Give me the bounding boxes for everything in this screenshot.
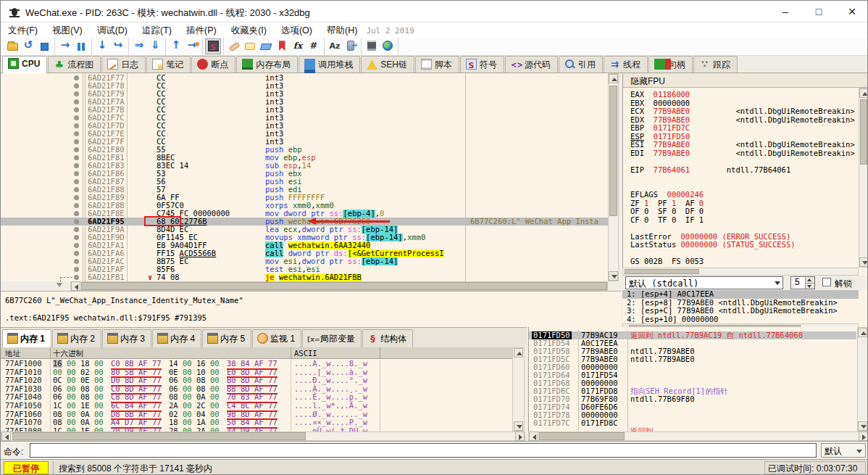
tab-script[interactable]: 脚本 (415, 56, 459, 73)
scroll-left-button[interactable] (71, 281, 80, 291)
stepper-down-button[interactable] (805, 283, 814, 289)
scroll-thumb[interactable] (625, 269, 699, 274)
close-button[interactable]: ✕ (835, 1, 868, 22)
scroll-thumb[interactable] (860, 99, 867, 165)
breakpoint-dot[interactable] (74, 259, 79, 264)
disassembly-vscrollbar[interactable] (608, 73, 619, 281)
register-line[interactable]: LastStatus 00000000 (STATUS_SUCCESS) (630, 241, 796, 249)
tab-source[interactable]: 源代码 (505, 56, 558, 73)
breakpoint-dot[interactable] (74, 91, 79, 96)
menu-item-file[interactable]: 文件(F) (1, 22, 45, 38)
tab-call-stack[interactable]: 调用堆栈 (299, 56, 360, 73)
seh-s-button[interactable] (205, 38, 221, 54)
tab-dump-1[interactable]: 内存 1 (2, 329, 51, 347)
trace-into-button[interactable] (131, 38, 147, 54)
trace-over-button[interactable] (147, 38, 163, 54)
breakpoint-dot[interactable] (74, 251, 79, 256)
dump-vscrollbar[interactable] (512, 347, 525, 431)
comment-button[interactable] (242, 38, 258, 54)
restart-button[interactable] (20, 38, 36, 54)
depth-stepper[interactable]: 5 (790, 276, 815, 289)
tab-dump-5[interactable]: 内存 5 (202, 329, 251, 347)
tab-references[interactable]: 引用 (559, 56, 603, 73)
argument-row[interactable]: 3: [esp+C] 77B9ABE0 <ntdll.DbgUiRemoteBr… (622, 307, 859, 315)
hash-button[interactable] (306, 38, 322, 54)
scroll-up-button[interactable] (859, 88, 868, 98)
breakpoint-dot[interactable] (74, 99, 79, 104)
scroll-left-button[interactable] (1, 431, 11, 441)
breakpoint-dot[interactable] (74, 211, 79, 216)
breakpoint-dot[interactable] (74, 139, 79, 144)
breakpoint-dot[interactable] (74, 235, 79, 240)
breakpoint-dot[interactable] (74, 219, 79, 224)
command-profile-select[interactable]: 默认 (821, 443, 866, 458)
tab-log[interactable]: 日志 (101, 56, 146, 73)
breakpoint-dot[interactable] (74, 195, 79, 200)
scroll-down-button[interactable] (514, 421, 523, 431)
tab-trace-tab[interactable]: 跟踪 (693, 56, 738, 73)
label-button[interactable] (258, 38, 274, 54)
tab-struct[interactable]: 结构体 (362, 329, 413, 347)
tab-dump-4[interactable]: 内存 4 (152, 329, 201, 347)
menu-item-favourites[interactable]: 收藏夹(I) (224, 22, 274, 38)
tab-cpu[interactable]: CPU (2, 56, 47, 73)
tab-dump-2[interactable]: 内存 2 (52, 329, 101, 347)
breakpoint-dot[interactable] (74, 107, 79, 112)
tab-handles[interactable]: 句柄 (648, 56, 693, 73)
maximize-button[interactable]: □ (802, 1, 835, 22)
open-folder-button[interactable] (4, 38, 20, 54)
calculator-button[interactable] (364, 38, 380, 54)
memory-dump-panel[interactable]: 地址 十六进制 ASCII 77AF100016 00 18 00C0 8B A… (1, 347, 525, 441)
registers-hscrollbar[interactable] (622, 268, 859, 276)
breakpoint-dot[interactable] (74, 155, 79, 160)
scroll-thumb[interactable] (12, 432, 306, 440)
breakpoint-dot[interactable] (74, 75, 79, 80)
globe-button[interactable] (380, 38, 396, 54)
breakpoint-dot[interactable] (74, 179, 79, 184)
hide-fpu-button[interactable]: 隐藏FPU (623, 73, 868, 88)
breakpoint-dot[interactable] (74, 131, 79, 136)
disassembly-row[interactable]: 6AD21FB1∨74 08je wechatwin.6AD21FBB (1, 273, 608, 281)
scroll-right-button[interactable] (515, 431, 525, 441)
tab-watch-1[interactable]: 监视 1 (252, 329, 301, 347)
stack-vscrollbar[interactable] (857, 327, 868, 431)
tab-breakpoints[interactable]: 断点 (191, 56, 235, 73)
command-input[interactable] (30, 443, 817, 458)
argument-row[interactable]: 4: [esp+10] 00000000 (622, 315, 859, 324)
breakpoint-dot[interactable] (74, 123, 79, 128)
tab-memory-map[interactable]: 内存布局 (236, 56, 298, 73)
breakpoint-dot[interactable] (74, 227, 79, 232)
bookmark-button[interactable] (274, 38, 290, 54)
register-line[interactable]: GS 002B FS 0053 (630, 257, 704, 266)
scroll-down-button[interactable] (859, 257, 868, 267)
minimize-button[interactable]: – (769, 1, 802, 22)
tab-dump-3[interactable]: 内存 3 (102, 329, 151, 347)
phone-button[interactable] (343, 38, 359, 54)
scroll-thumb[interactable] (539, 432, 625, 440)
tab-locals[interactable]: 局部变量 (302, 329, 362, 347)
breakpoint-dot[interactable] (74, 275, 79, 280)
exec-return-button[interactable] (168, 38, 184, 54)
register-line[interactable]: CF 0 TF 0 IF 1 (630, 216, 704, 225)
breakpoint-dot[interactable] (74, 203, 79, 208)
breakpoint-dot[interactable] (74, 243, 79, 248)
tab-symbols[interactable]: 符号 (460, 56, 504, 73)
run-button[interactable] (57, 38, 73, 54)
stack-panel[interactable]: 0171FD5077B9AC19返回到 ntdll.77B9AC19 自 ntd… (528, 327, 868, 441)
menu-item-plugins[interactable]: 插件(P) (179, 22, 224, 38)
menu-item-debug[interactable]: 调试(D) (90, 22, 135, 38)
fx-button[interactable] (290, 38, 306, 54)
step-into-button[interactable] (94, 38, 110, 54)
argument-row[interactable]: 1: [esp+4] A0C17EEA (622, 290, 859, 299)
unlock-checkbox[interactable] (822, 278, 831, 286)
tab-threads[interactable]: 线程 (604, 56, 648, 73)
stop-button[interactable] (36, 38, 52, 54)
breakpoint-dot[interactable] (74, 83, 79, 88)
registers-vscrollbar[interactable] (859, 88, 868, 268)
az-button[interactable] (327, 38, 343, 54)
scroll-down-button[interactable] (858, 421, 867, 431)
scroll-left-button[interactable] (529, 431, 538, 441)
scroll-up-button[interactable] (514, 348, 523, 358)
menu-item-help[interactable]: 帮助(H) (320, 22, 364, 38)
menu-item-trace[interactable]: 追踪(T) (135, 22, 179, 38)
